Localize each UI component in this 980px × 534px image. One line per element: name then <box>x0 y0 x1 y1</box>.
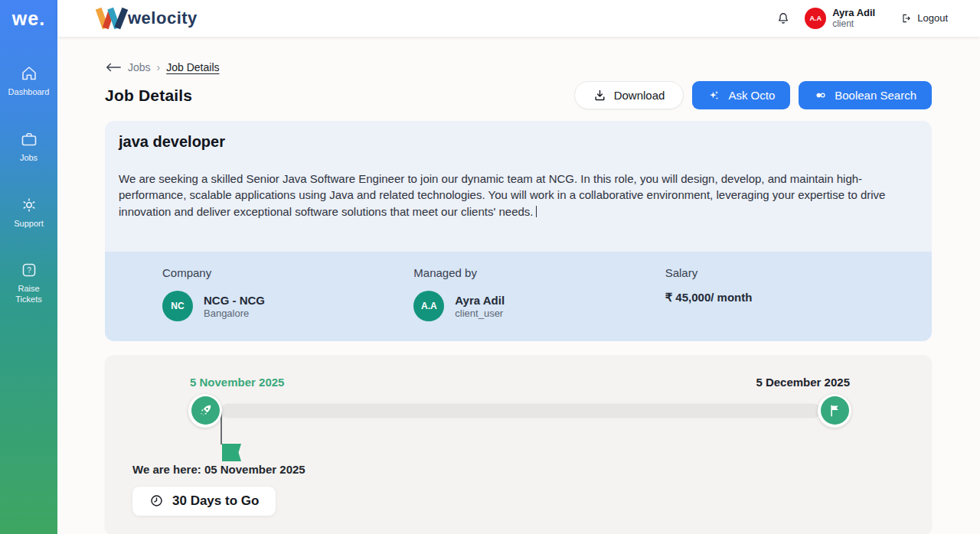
briefcase-icon <box>20 130 38 148</box>
job-title: java developer <box>119 133 918 151</box>
notifications-button[interactable] <box>776 11 791 26</box>
brand-logo: welocity <box>96 6 198 31</box>
timeline-end-date: 5 December 2025 <box>756 376 850 389</box>
breadcrumb: Jobs › Job Details <box>105 61 932 73</box>
content-area: Jobs › Job Details Job Details Download <box>57 37 980 534</box>
header-right: A.A Ayra Adil client Logout <box>776 8 948 30</box>
salary-info: Salary ₹ 45,000/ month <box>665 266 916 321</box>
clock-icon <box>149 493 164 508</box>
company-info: Company NC NCG - NCG Bangalore <box>162 266 413 321</box>
timeline-current-label: We are here: 05 November 2025 <box>132 463 932 476</box>
breadcrumb-current[interactable]: Job Details <box>166 61 219 73</box>
company-name: NCG - NCG <box>204 293 265 308</box>
current-position-flag-icon <box>222 444 241 461</box>
manager-role: client_user <box>455 308 505 319</box>
job-info-strip: Company NC NCG - NCG Bangalore Managed b… <box>105 252 932 341</box>
download-icon <box>593 89 606 102</box>
sidebar-logo: we. <box>0 0 57 37</box>
gear-icon <box>20 196 38 214</box>
job-description-text: We are seeking a skilled Senior Java Sof… <box>119 172 885 218</box>
home-icon <box>20 64 38 83</box>
user-avatar: A.A <box>805 8 826 29</box>
company-avatar: NC <box>162 291 193 321</box>
download-button[interactable]: Download <box>574 81 684 109</box>
logout-button[interactable]: Logout <box>900 12 948 24</box>
sidebar-item-label: Jobs <box>20 153 38 164</box>
sidebar-item-support[interactable]: Support <box>0 196 57 230</box>
sidebar-item-jobs[interactable]: Jobs <box>0 130 57 164</box>
managed-by-label: Managed by <box>413 266 665 279</box>
company-label: Company <box>162 266 413 279</box>
salary-value: ₹ 45,000/ month <box>665 291 916 304</box>
job-card: java developer We are seeking a skilled … <box>105 121 932 341</box>
manager-name: Ayra Adil <box>455 293 505 308</box>
timeline-start-date: 5 November 2025 <box>190 376 284 389</box>
main-column: welocity A.A Ayra Adil client <box>57 0 980 534</box>
boolean-search-button[interactable]: Boolean Search <box>799 81 932 109</box>
manager-avatar: A.A <box>413 291 444 321</box>
back-arrow-icon[interactable] <box>105 63 122 72</box>
user-name: Ayra Adil <box>832 8 875 19</box>
managed-by-info: Managed by A.A Ayra Adil client_user <box>413 266 665 321</box>
page-title: Job Details <box>105 86 192 105</box>
job-card-body: java developer We are seeking a skilled … <box>105 121 932 220</box>
sidebar-item-label: Dashboard <box>8 87 50 98</box>
breadcrumb-separator: › <box>157 61 161 73</box>
download-label: Download <box>614 89 665 102</box>
top-header: welocity A.A Ayra Adil client <box>57 0 980 37</box>
boolean-search-label: Boolean Search <box>835 89 916 102</box>
user-meta: Ayra Adil client <box>832 8 875 30</box>
logout-icon <box>900 12 912 24</box>
days-to-go-badge: 30 Days to Go <box>132 486 276 516</box>
ask-octo-button[interactable]: Ask Octo <box>692 81 790 109</box>
sparkles-icon <box>707 89 720 102</box>
sidebar: we. Dashboard Jobs Support <box>0 0 57 534</box>
svg-text:?: ? <box>27 266 31 275</box>
user-menu[interactable]: A.A Ayra Adil client <box>805 8 875 30</box>
title-row: Job Details Download <box>105 81 932 109</box>
timeline-start-marker <box>188 394 222 428</box>
logout-label: Logout <box>917 12 948 24</box>
timeline-card: 5 November 2025 5 December 2025 <box>105 355 932 534</box>
app-root: we. Dashboard Jobs Support <box>0 0 980 534</box>
company-location: Bangalore <box>204 308 265 319</box>
help-box-icon: ? <box>20 261 38 279</box>
page-actions: Download Ask Octo <box>574 81 932 109</box>
flag-icon <box>828 403 842 418</box>
salary-label: Salary <box>665 266 916 279</box>
sidebar-item-label: Raise Tickets <box>9 284 49 305</box>
rocket-icon <box>198 403 213 418</box>
job-description[interactable]: We are seeking a skilled Senior Java Sof… <box>119 171 918 220</box>
sidebar-item-label: Support <box>14 219 44 230</box>
sidebar-item-dashboard[interactable]: Dashboard <box>0 64 57 98</box>
text-cursor <box>536 206 537 217</box>
bell-icon <box>776 11 791 26</box>
boolean-circles-icon <box>814 89 827 102</box>
sidebar-item-raise-tickets[interactable]: ? Raise Tickets <box>0 261 57 305</box>
welocity-w-icon <box>96 6 128 31</box>
days-to-go-label: 30 Days to Go <box>172 493 259 509</box>
user-role: client <box>832 19 875 30</box>
ask-octo-label: Ask Octo <box>728 89 775 102</box>
breadcrumb-jobs[interactable]: Jobs <box>128 61 151 73</box>
sidebar-nav: Dashboard Jobs Support ? <box>0 64 57 337</box>
timeline-end-marker <box>818 394 851 428</box>
timeline-track <box>220 403 821 418</box>
timeline-bar <box>105 394 932 428</box>
brand-text: welocity <box>128 8 198 28</box>
timeline-dates: 5 November 2025 5 December 2025 <box>105 376 932 389</box>
